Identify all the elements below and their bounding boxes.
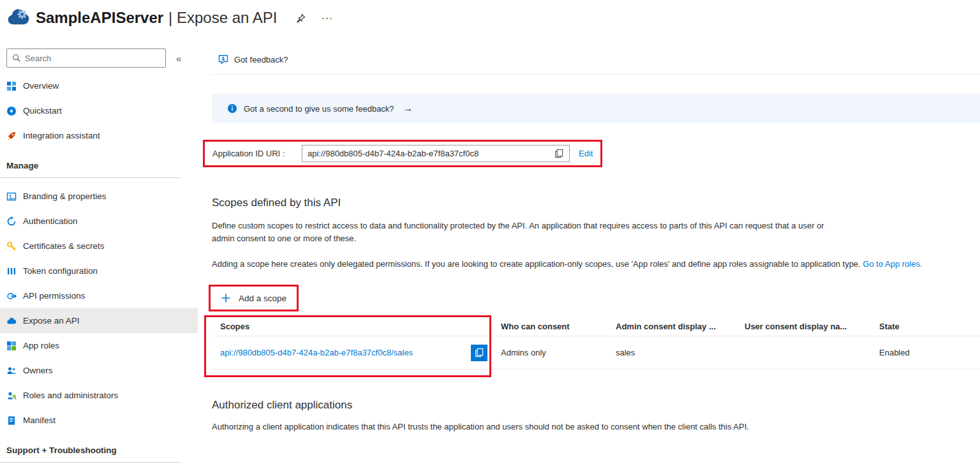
add-scope-button[interactable]: Add a scope xyxy=(221,290,286,306)
app-id-uri-label: Application ID URI : xyxy=(212,149,302,158)
page-title: SampleAPIServer | Expose an API xyxy=(36,9,277,27)
sidebar-item-label: Roles and administrators xyxy=(23,391,118,400)
sidebar-item-label: Overview xyxy=(23,81,59,91)
app-registration-icon xyxy=(6,6,29,29)
integration-assistant-icon xyxy=(6,131,17,141)
edit-app-id-uri-link[interactable]: Edit xyxy=(579,149,593,158)
authorized-clients-title: Authorized client applications xyxy=(212,399,980,412)
add-scope-label: Add a scope xyxy=(239,294,286,303)
certificates-secrets-icon xyxy=(6,241,17,251)
scopes-table-header: Scopes Who can consent Admin consent dis… xyxy=(212,317,980,336)
command-bar: Got feedback? xyxy=(212,36,980,75)
admin-consent-display-cell: sales xyxy=(607,348,736,357)
sidebar-item-manifest[interactable]: Manifest xyxy=(0,408,198,433)
sidebar-item-label: Token configuration xyxy=(23,266,98,276)
sidebar-item-troubleshooting[interactable]: Troubleshooting xyxy=(0,468,198,471)
got-feedback-button[interactable]: Got feedback? xyxy=(218,54,288,64)
page-header: SampleAPIServer | Expose an API ··· xyxy=(0,0,980,36)
copy-scope-button[interactable] xyxy=(471,345,487,361)
sidebar-item-roles-administrators[interactable]: Roles and administrators xyxy=(0,383,198,408)
app-id-uri-input[interactable] xyxy=(308,149,554,158)
add-icon xyxy=(221,293,231,303)
app-roles-icon xyxy=(6,341,17,351)
roles-administrators-icon xyxy=(6,391,17,401)
sidebar-item-authentication[interactable]: Authentication xyxy=(0,209,198,234)
blade-name: | Expose an API xyxy=(168,9,277,27)
api-permissions-icon xyxy=(6,291,17,301)
who-can-consent-cell: Admins only xyxy=(493,348,607,357)
pin-icon[interactable] xyxy=(296,13,306,23)
scopes-description-2: Adding a scope here creates only delegat… xyxy=(212,258,980,271)
table-row: api://980db805-d4b7-424a-b2ab-e7f8a37cf0… xyxy=(212,336,980,370)
app-name: SampleAPIServer xyxy=(36,9,163,27)
manifest-icon xyxy=(6,415,17,426)
info-icon xyxy=(227,103,237,114)
sidebar-item-label: Branding & properties xyxy=(23,191,107,201)
banner-text: Got a second to give us some feedback? xyxy=(244,104,394,114)
collapse-sidebar-button[interactable]: « xyxy=(176,53,181,64)
sidebar-item-label: API permissions xyxy=(23,291,85,301)
sidebar-section-manage: Manage xyxy=(0,148,181,178)
go-to-app-roles-link[interactable]: Go to App roles. xyxy=(863,259,922,269)
sidebar-search[interactable] xyxy=(6,49,166,68)
copy-icon[interactable] xyxy=(554,149,565,158)
sidebar-item-label: Expose an API xyxy=(23,316,80,325)
sidebar-item-label: Authentication xyxy=(23,216,78,226)
sidebar-item-token-configuration[interactable]: Token configuration xyxy=(0,258,198,283)
overview-icon xyxy=(6,81,17,91)
sidebar: « Overview Quickstart Integration assist… xyxy=(0,36,198,471)
sidebar-item-owners[interactable]: Owners xyxy=(0,358,198,383)
search-input[interactable] xyxy=(25,54,160,63)
sidebar-item-overview[interactable]: Overview xyxy=(0,73,198,98)
sidebar-item-label: Certificates & secrets xyxy=(23,241,105,251)
sidebar-item-label: App roles xyxy=(23,341,59,350)
expose-api-icon xyxy=(6,316,17,326)
sidebar-section-support: Support + Troubleshooting xyxy=(0,433,181,463)
sidebar-item-expose-an-api[interactable]: Expose an API xyxy=(0,308,198,333)
state-cell: Enabled xyxy=(871,348,980,357)
got-feedback-label: Got feedback? xyxy=(234,55,288,64)
sidebar-item-integration-assistant[interactable]: Integration assistant xyxy=(0,123,198,148)
more-options-icon[interactable]: ··· xyxy=(321,11,332,25)
authentication-icon xyxy=(6,216,17,227)
sidebar-item-label: Integration assistant xyxy=(23,131,100,140)
sidebar-item-certificates-secrets[interactable]: Certificates & secrets xyxy=(0,234,198,258)
scopes-section-title: Scopes defined by this API xyxy=(212,197,980,209)
column-header-user-consent-display: User consent display na... xyxy=(736,322,871,331)
owners-icon xyxy=(6,366,17,376)
column-header-scopes: Scopes xyxy=(212,322,493,331)
scopes-description-2-text: Adding a scope here creates only delegat… xyxy=(212,259,863,269)
column-header-state: State xyxy=(871,322,980,331)
sidebar-item-app-roles[interactable]: App roles xyxy=(0,333,198,358)
app-id-uri-field[interactable] xyxy=(302,145,570,162)
quickstart-icon xyxy=(6,106,17,116)
scope-cell: api://980db805-d4b7-424a-b2ab-e7f8a37cf0… xyxy=(212,345,493,361)
feedback-banner[interactable]: Got a second to give us some feedback? → xyxy=(212,94,980,123)
sidebar-item-label: Quickstart xyxy=(23,106,62,116)
branding-icon xyxy=(6,191,17,202)
authorized-clients-description: Authorizing a client application indicat… xyxy=(212,421,840,433)
column-header-admin-consent-display: Admin consent display ... xyxy=(607,322,736,331)
main-content: Got feedback? Got a second to give us so… xyxy=(212,36,980,471)
sidebar-item-quickstart[interactable]: Quickstart xyxy=(0,98,198,123)
banner-arrow-icon: → xyxy=(403,103,413,114)
column-header-who-can-consent: Who can consent xyxy=(493,322,607,331)
sidebar-item-label: Manifest xyxy=(23,415,56,425)
annotation-box-app-id-uri: Application ID URI : Edit xyxy=(203,140,602,167)
scopes-description-1: Define custom scopes to restrict access … xyxy=(212,220,840,245)
search-icon xyxy=(12,54,21,63)
annotation-box-add-scope: Add a scope xyxy=(209,285,299,311)
sidebar-item-branding-properties[interactable]: Branding & properties xyxy=(0,184,198,209)
feedback-icon xyxy=(218,54,228,64)
scope-uri-link[interactable]: api://980db805-d4b7-424a-b2ab-e7f8a37cf0… xyxy=(220,348,413,357)
sidebar-item-api-permissions[interactable]: API permissions xyxy=(0,283,198,308)
token-configuration-icon xyxy=(6,266,17,276)
sidebar-item-label: Owners xyxy=(23,366,53,375)
scopes-table: Scopes Who can consent Admin consent dis… xyxy=(212,317,980,370)
